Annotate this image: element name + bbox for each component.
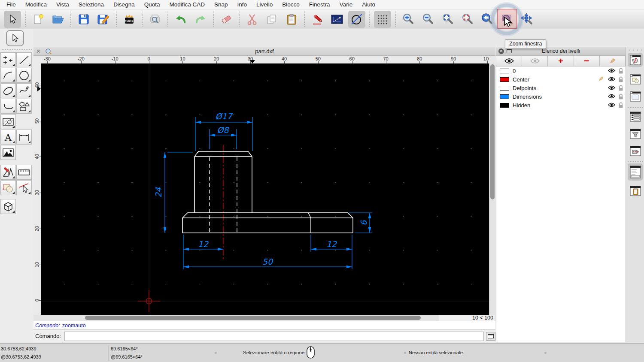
hatch-tool-button[interactable] [0, 114, 16, 129]
select-tool-button[interactable] [4, 11, 21, 28]
layer-row-defpoints[interactable]: Defpoints [496, 84, 626, 92]
zoom-out-button[interactable] [419, 11, 437, 28]
drawing-window-titlebar[interactable]: part.dxf ✕ [33, 47, 495, 56]
vertical-scrollbar-thumb[interactable] [490, 64, 495, 199]
menu-item-aiuto[interactable]: Aiuto [357, 0, 380, 9]
layer-row-dimensions[interactable]: Dimensions [496, 92, 626, 101]
dock-blocks-toggle[interactable] [628, 72, 643, 86]
command-input[interactable] [64, 332, 484, 341]
add-layer-button[interactable]: + [547, 55, 574, 66]
layer-lock-icon[interactable] [618, 94, 623, 100]
vertical-scrollbar[interactable] [489, 63, 495, 315]
layer-lock-icon[interactable] [618, 68, 623, 74]
edit-layer-button[interactable]: ✎ [599, 55, 626, 66]
layer-color-swatch[interactable] [500, 94, 509, 99]
layer-visible-eye-icon[interactable] [608, 103, 615, 107]
show-all-layers-button[interactable] [496, 55, 522, 66]
layer-visible-eye-icon[interactable] [608, 85, 615, 90]
modify-tool-button[interactable] [0, 180, 16, 195]
zoom-window-button[interactable] [498, 11, 516, 28]
layer-visible-eye-icon[interactable] [608, 77, 615, 81]
remove-layer-button[interactable]: − [574, 55, 600, 66]
palette-drag-handle[interactable] [2, 49, 32, 50]
layer-color-swatch[interactable] [500, 77, 509, 82]
dock-clipboard-toggle[interactable] [628, 184, 643, 198]
menu-item-info[interactable]: Info [233, 0, 252, 9]
entity-select-tool-button[interactable] [16, 180, 32, 195]
layer-row-hidden[interactable]: Hidden [496, 101, 626, 109]
select-tool-button-2[interactable] [6, 30, 24, 46]
ellipse-tool-button[interactable] [0, 83, 16, 98]
menu-item-disegna[interactable]: Disegna [109, 0, 140, 9]
dimension-tool-button[interactable] [328, 11, 346, 28]
save-as-button[interactable] [95, 11, 112, 28]
layer-lock-icon[interactable] [618, 102, 623, 108]
pan-button[interactable] [518, 11, 535, 28]
line-tool-button[interactable] [16, 52, 32, 67]
zoom-in-button[interactable] [400, 11, 417, 28]
redo-button[interactable] [192, 11, 209, 28]
menu-item-snap[interactable]: Snap [210, 0, 233, 9]
menu-item-seleziona[interactable]: Seleziona [74, 0, 109, 9]
layer-lock-icon[interactable] [618, 76, 623, 82]
drafting-tools-button[interactable] [0, 165, 16, 180]
layer-visible-eye-icon[interactable] [608, 68, 615, 73]
zoom-auto-button[interactable] [439, 11, 456, 28]
menu-item-varie[interactable]: Varie [335, 0, 358, 9]
open-file-button[interactable] [49, 11, 67, 28]
dock-command-toggle[interactable] [628, 163, 643, 181]
spline-tool-button[interactable] [16, 83, 32, 98]
solid-3d-tool-button[interactable] [0, 199, 16, 214]
dock-library-toggle[interactable] [628, 89, 643, 103]
measure-tool-button[interactable] [16, 165, 32, 180]
points-tool-button[interactable] [0, 52, 16, 67]
draw-pencil-button[interactable] [309, 11, 326, 28]
menu-item-file[interactable]: File [2, 0, 21, 9]
export-svg-button[interactable]: SVG [121, 11, 138, 28]
polygon-tool-button[interactable] [16, 99, 32, 114]
dock-layer-list-toggle[interactable] [628, 109, 643, 124]
layer-color-swatch[interactable] [500, 86, 509, 90]
copy-button[interactable] [263, 11, 280, 28]
new-file-button[interactable] [30, 11, 47, 28]
dock-pen-toolbar-toggle[interactable] [628, 53, 643, 67]
layer-row-0[interactable]: 0 [496, 66, 626, 75]
menu-item-modifica-cad[interactable]: Modifica CAD [164, 0, 210, 9]
layer-visible-eye-icon[interactable] [608, 94, 615, 99]
paste-button[interactable] [283, 11, 300, 28]
hide-all-layers-button[interactable] [522, 55, 548, 66]
drawing-canvas[interactable]: Ø17 Ø8 24 6 12 12 50 [41, 63, 489, 315]
image-tool-button[interactable] [0, 145, 16, 160]
grid-toggle[interactable] [374, 11, 391, 28]
dimension-tool-palette-button[interactable] [16, 130, 32, 145]
arc-tool-button[interactable] [0, 68, 16, 83]
circle-tool-button[interactable] [16, 68, 32, 83]
layer-row-center[interactable]: Center✎ [496, 75, 626, 84]
construction-line-toggle[interactable] [348, 11, 365, 28]
menu-item-blocco[interactable]: Blocco [277, 0, 304, 9]
command-dock-button[interactable] [486, 332, 495, 341]
undo-button[interactable] [172, 11, 189, 28]
print-preview-button[interactable] [146, 11, 164, 28]
save-button[interactable] [75, 11, 92, 28]
horizontal-scrollbar[interactable]: 10 < 100 [33, 315, 495, 321]
text-tool-button[interactable]: A [0, 130, 16, 145]
zoom-previous-button[interactable] [479, 11, 496, 28]
polyline-tool-button[interactable] [0, 99, 16, 114]
delete-button[interactable] [218, 11, 235, 28]
zoom-selected-button[interactable] [459, 11, 476, 28]
menu-item-modifica[interactable]: Modifica [21, 0, 52, 9]
cut-button[interactable] [243, 11, 261, 28]
dock-insert-toggle[interactable] [628, 144, 643, 158]
menu-item-quota[interactable]: Quota [140, 0, 165, 9]
hruler-label: 0 [147, 56, 150, 61]
dock-filter-toggle[interactable] [628, 127, 643, 141]
layer-color-swatch[interactable] [500, 69, 509, 73]
layer-color-swatch[interactable] [500, 103, 509, 108]
menu-item-finestra[interactable]: Finestra [304, 0, 335, 9]
menu-item-livello[interactable]: Livello [252, 0, 277, 9]
command-history: Comando:zoomauto [33, 321, 495, 330]
horizontal-scrollbar-thumb[interactable] [85, 316, 421, 320]
layer-lock-icon[interactable] [618, 85, 623, 91]
menu-item-vista[interactable]: Vista [52, 0, 74, 9]
